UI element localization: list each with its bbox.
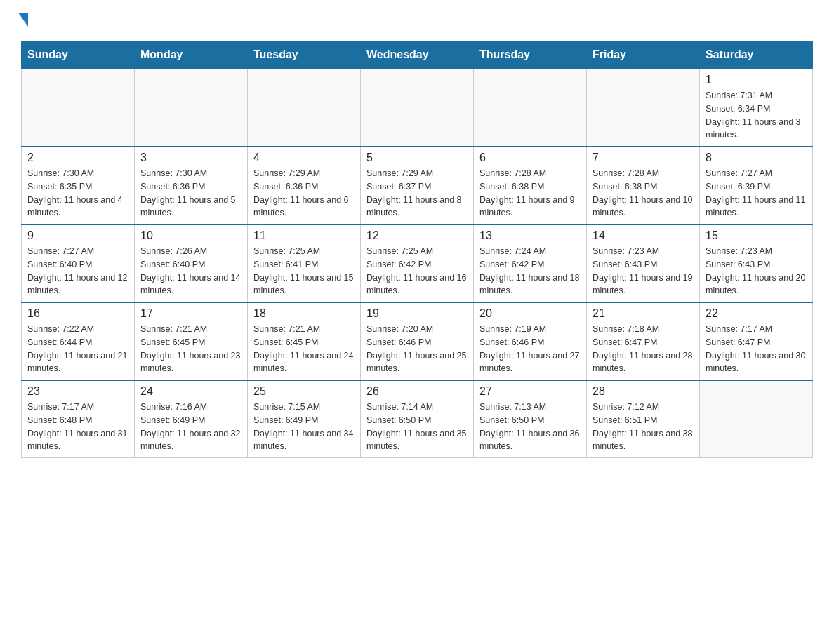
day-number: 22 xyxy=(706,307,807,320)
day-number: 17 xyxy=(140,307,241,320)
calendar-cell: 4Sunrise: 7:29 AMSunset: 6:36 PMDaylight… xyxy=(248,147,361,224)
calendar-cell: 20Sunrise: 7:19 AMSunset: 6:46 PMDayligh… xyxy=(474,302,587,380)
day-info: Sunrise: 7:13 AMSunset: 6:50 PMDaylight:… xyxy=(479,401,581,453)
week-row-3: 9Sunrise: 7:27 AMSunset: 6:40 PMDaylight… xyxy=(22,224,813,302)
page-header xyxy=(21,14,813,27)
calendar-cell: 2Sunrise: 7:30 AMSunset: 6:35 PMDaylight… xyxy=(22,147,135,224)
day-number: 1 xyxy=(706,74,807,86)
calendar-cell: 10Sunrise: 7:26 AMSunset: 6:40 PMDayligh… xyxy=(135,224,248,302)
day-number: 7 xyxy=(593,152,694,164)
calendar-cell: 8Sunrise: 7:27 AMSunset: 6:39 PMDaylight… xyxy=(700,147,813,224)
day-number: 10 xyxy=(140,229,241,242)
day-info: Sunrise: 7:27 AMSunset: 6:39 PMDaylight:… xyxy=(706,167,807,220)
day-header-friday: Friday xyxy=(587,41,700,69)
day-number: 16 xyxy=(27,307,128,320)
day-info: Sunrise: 7:31 AMSunset: 6:34 PMDaylight:… xyxy=(706,89,807,142)
calendar-cell: 17Sunrise: 7:21 AMSunset: 6:45 PMDayligh… xyxy=(135,302,248,380)
calendar-cell: 13Sunrise: 7:24 AMSunset: 6:42 PMDayligh… xyxy=(474,224,587,302)
logo-triangle-icon xyxy=(18,13,28,27)
calendar-cell: 28Sunrise: 7:12 AMSunset: 6:51 PMDayligh… xyxy=(587,380,700,458)
logo xyxy=(21,14,28,27)
day-info: Sunrise: 7:17 AMSunset: 6:48 PMDaylight:… xyxy=(27,401,128,453)
calendar-cell: 7Sunrise: 7:28 AMSunset: 6:38 PMDaylight… xyxy=(587,147,700,224)
day-number: 2 xyxy=(27,152,128,164)
calendar-cell: 3Sunrise: 7:30 AMSunset: 6:36 PMDaylight… xyxy=(135,147,248,224)
day-header-thursday: Thursday xyxy=(474,41,587,69)
calendar-cell xyxy=(474,69,587,147)
day-info: Sunrise: 7:27 AMSunset: 6:40 PMDaylight:… xyxy=(27,245,128,297)
day-header-tuesday: Tuesday xyxy=(248,41,361,69)
day-number: 18 xyxy=(253,307,355,320)
calendar-cell xyxy=(135,69,248,147)
day-header-wednesday: Wednesday xyxy=(361,41,474,69)
day-number: 28 xyxy=(593,385,694,398)
day-info: Sunrise: 7:24 AMSunset: 6:42 PMDaylight:… xyxy=(479,245,581,297)
day-header-monday: Monday xyxy=(135,41,248,69)
calendar-cell: 6Sunrise: 7:28 AMSunset: 6:38 PMDaylight… xyxy=(474,147,587,224)
day-number: 26 xyxy=(366,385,468,398)
calendar-cell: 22Sunrise: 7:17 AMSunset: 6:47 PMDayligh… xyxy=(700,302,813,380)
day-info: Sunrise: 7:15 AMSunset: 6:49 PMDaylight:… xyxy=(253,401,355,453)
day-header-sunday: Sunday xyxy=(22,41,135,69)
calendar-cell: 23Sunrise: 7:17 AMSunset: 6:48 PMDayligh… xyxy=(22,380,135,458)
calendar-cell: 15Sunrise: 7:23 AMSunset: 6:43 PMDayligh… xyxy=(700,224,813,302)
day-number: 14 xyxy=(593,229,694,242)
day-number: 24 xyxy=(140,385,241,398)
week-row-1: 1Sunrise: 7:31 AMSunset: 6:34 PMDaylight… xyxy=(22,69,813,147)
day-info: Sunrise: 7:23 AMSunset: 6:43 PMDaylight:… xyxy=(593,245,694,297)
day-number: 4 xyxy=(253,152,355,164)
day-info: Sunrise: 7:21 AMSunset: 6:45 PMDaylight:… xyxy=(140,323,241,375)
calendar-cell xyxy=(22,69,135,147)
calendar-cell: 18Sunrise: 7:21 AMSunset: 6:45 PMDayligh… xyxy=(248,302,361,380)
calendar-cell xyxy=(587,69,700,147)
calendar-cell: 12Sunrise: 7:25 AMSunset: 6:42 PMDayligh… xyxy=(361,224,474,302)
day-info: Sunrise: 7:17 AMSunset: 6:47 PMDaylight:… xyxy=(706,323,807,375)
calendar-cell: 1Sunrise: 7:31 AMSunset: 6:34 PMDaylight… xyxy=(700,69,813,147)
day-info: Sunrise: 7:25 AMSunset: 6:41 PMDaylight:… xyxy=(253,245,355,297)
day-info: Sunrise: 7:19 AMSunset: 6:46 PMDaylight:… xyxy=(479,323,581,375)
week-row-4: 16Sunrise: 7:22 AMSunset: 6:44 PMDayligh… xyxy=(22,302,813,380)
day-number: 21 xyxy=(593,307,694,320)
calendar-cell xyxy=(700,380,813,458)
calendar-cell: 19Sunrise: 7:20 AMSunset: 6:46 PMDayligh… xyxy=(361,302,474,380)
day-info: Sunrise: 7:21 AMSunset: 6:45 PMDaylight:… xyxy=(253,323,355,375)
day-info: Sunrise: 7:23 AMSunset: 6:43 PMDaylight:… xyxy=(706,245,807,297)
day-number: 5 xyxy=(366,152,468,164)
day-number: 19 xyxy=(366,307,468,320)
calendar-cell: 25Sunrise: 7:15 AMSunset: 6:49 PMDayligh… xyxy=(248,380,361,458)
day-info: Sunrise: 7:12 AMSunset: 6:51 PMDaylight:… xyxy=(593,401,694,453)
calendar-header-row: SundayMondayTuesdayWednesdayThursdayFrid… xyxy=(22,41,813,69)
calendar-cell xyxy=(248,69,361,147)
day-number: 27 xyxy=(479,385,581,398)
day-info: Sunrise: 7:29 AMSunset: 6:37 PMDaylight:… xyxy=(366,167,468,220)
calendar-cell: 24Sunrise: 7:16 AMSunset: 6:49 PMDayligh… xyxy=(135,380,248,458)
day-info: Sunrise: 7:26 AMSunset: 6:40 PMDaylight:… xyxy=(140,245,241,297)
day-number: 11 xyxy=(253,229,355,242)
day-info: Sunrise: 7:30 AMSunset: 6:35 PMDaylight:… xyxy=(27,167,128,220)
day-info: Sunrise: 7:28 AMSunset: 6:38 PMDaylight:… xyxy=(593,167,694,220)
day-info: Sunrise: 7:29 AMSunset: 6:36 PMDaylight:… xyxy=(253,167,355,220)
day-number: 12 xyxy=(366,229,468,242)
day-info: Sunrise: 7:14 AMSunset: 6:50 PMDaylight:… xyxy=(366,401,468,453)
week-row-2: 2Sunrise: 7:30 AMSunset: 6:35 PMDaylight… xyxy=(22,147,813,224)
calendar-cell: 21Sunrise: 7:18 AMSunset: 6:47 PMDayligh… xyxy=(587,302,700,380)
calendar-cell: 9Sunrise: 7:27 AMSunset: 6:40 PMDaylight… xyxy=(22,224,135,302)
day-info: Sunrise: 7:16 AMSunset: 6:49 PMDaylight:… xyxy=(140,401,241,453)
day-header-saturday: Saturday xyxy=(700,41,813,69)
day-info: Sunrise: 7:18 AMSunset: 6:47 PMDaylight:… xyxy=(593,323,694,375)
calendar-cell: 16Sunrise: 7:22 AMSunset: 6:44 PMDayligh… xyxy=(22,302,135,380)
day-info: Sunrise: 7:22 AMSunset: 6:44 PMDaylight:… xyxy=(27,323,128,375)
calendar-cell xyxy=(361,69,474,147)
day-number: 3 xyxy=(140,152,241,164)
calendar-cell: 14Sunrise: 7:23 AMSunset: 6:43 PMDayligh… xyxy=(587,224,700,302)
day-info: Sunrise: 7:28 AMSunset: 6:38 PMDaylight:… xyxy=(479,167,581,220)
week-row-5: 23Sunrise: 7:17 AMSunset: 6:48 PMDayligh… xyxy=(22,380,813,458)
day-info: Sunrise: 7:30 AMSunset: 6:36 PMDaylight:… xyxy=(140,167,241,220)
calendar-table: SundayMondayTuesdayWednesdayThursdayFrid… xyxy=(21,41,813,458)
day-info: Sunrise: 7:20 AMSunset: 6:46 PMDaylight:… xyxy=(366,323,468,375)
day-number: 25 xyxy=(253,385,355,398)
day-number: 20 xyxy=(479,307,581,320)
calendar-cell: 26Sunrise: 7:14 AMSunset: 6:50 PMDayligh… xyxy=(361,380,474,458)
day-number: 8 xyxy=(706,152,807,164)
calendar-cell: 11Sunrise: 7:25 AMSunset: 6:41 PMDayligh… xyxy=(248,224,361,302)
